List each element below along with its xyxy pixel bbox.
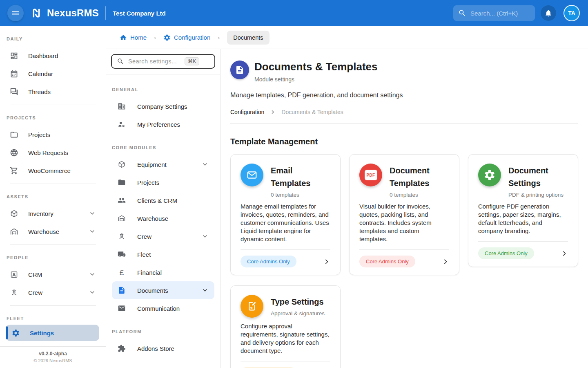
warehouse-icon	[10, 227, 18, 236]
module-breadcrumb-parent[interactable]: Configuration	[230, 109, 264, 115]
settings-section-core-modules: CORE MODULES	[106, 145, 220, 150]
settings-search-input[interactable]	[128, 58, 180, 65]
worker-icon	[118, 232, 126, 240]
sidebar-item-calendar[interactable]: Calendar	[0, 65, 106, 83]
card-title: Document Templates	[390, 164, 449, 190]
contact-card-icon	[10, 270, 18, 279]
settings-item-documents[interactable]: Documents	[112, 281, 214, 299]
card-description: Configure PDF generation settings, paper…	[478, 202, 568, 235]
chevron-down-icon	[89, 228, 96, 235]
section-title: Template Management	[230, 137, 578, 146]
sidebar-item-web-requests[interactable]: Web Requests	[0, 144, 106, 162]
main-content: Documents & Templates Module settings Ma…	[220, 49, 588, 368]
settings-item-financial[interactable]: £ Financial	[112, 263, 214, 281]
chevron-right-icon[interactable]	[442, 258, 449, 265]
card-document-settings[interactable]: Document Settings PDF & printing options…	[468, 154, 578, 267]
divider	[230, 123, 578, 124]
settings-section-general: GENERAL	[106, 87, 220, 92]
global-search-input[interactable]	[470, 10, 530, 17]
settings-item-communication[interactable]: Communication	[112, 299, 214, 317]
sidebar-nav: DAILY Dashboard Calendar Threads PROJECT…	[0, 26, 106, 321]
signature-icon	[241, 295, 263, 318]
sidebar-footer: Settings v0.2.0-alpha © 2026 NexusRMS	[0, 321, 106, 368]
card-email-templates[interactable]: Email Templates 0 templates Manage email…	[230, 154, 341, 275]
sidebar-item-woocommerce[interactable]: WooCommerce	[0, 162, 106, 180]
pound-icon: £	[118, 269, 126, 276]
documents-module-icon	[230, 61, 249, 79]
chevron-down-icon	[89, 210, 96, 217]
notifications-button[interactable]	[541, 5, 556, 21]
card-document-templates[interactable]: PDF Document Templates 0 templates Visua…	[349, 154, 459, 275]
document-icon	[118, 286, 126, 294]
brand-name: NexusRMS	[47, 7, 99, 19]
breadcrumb-separator: ›	[218, 34, 220, 41]
cart-icon	[10, 166, 18, 175]
pdf-icon: PDF	[359, 164, 382, 186]
settings-item-equipment[interactable]: Equipment	[112, 155, 214, 173]
core-admins-badge: Core Admins Only	[359, 256, 415, 267]
truck-icon	[118, 250, 126, 258]
sidebar-section-people: PEOPLE	[0, 255, 106, 260]
settings-search[interactable]: ⌘K	[111, 54, 215, 69]
settings-item-addons-store[interactable]: Addons Store	[112, 339, 214, 357]
chevron-right-icon[interactable]	[561, 250, 568, 257]
settings-nav: GENERAL Company Settings My Preferences …	[106, 74, 220, 357]
worker-icon	[10, 288, 18, 297]
dashboard-icon	[10, 52, 18, 60]
sidebar-divider	[10, 305, 96, 306]
card-title: Email Templates	[271, 164, 330, 190]
sidebar-item-warehouse[interactable]: Warehouse	[0, 222, 106, 240]
divider	[241, 361, 330, 361]
chevron-right-icon[interactable]	[323, 258, 330, 265]
sidebar-item-threads[interactable]: Threads	[0, 83, 106, 101]
mail-icon	[118, 304, 126, 312]
settings-item-projects[interactable]: Projects	[112, 173, 214, 191]
module-breadcrumb-current: Documents & Templates	[281, 109, 343, 115]
sidebar-item-projects[interactable]: Projects	[0, 126, 106, 144]
breadcrumb-configuration[interactable]: Configuration	[163, 34, 210, 41]
page-subtitle: Module settings	[254, 76, 377, 83]
card-subtitle: PDF & printing options	[508, 192, 568, 198]
sidebar-section-daily: DAILY	[0, 36, 106, 42]
card-subtitle: Approval & signatures	[271, 310, 325, 316]
version-block: v0.2.0-alpha © 2026 NexusRMS	[0, 346, 106, 368]
card-description: Manage email templates for invoices, quo…	[241, 202, 330, 243]
card-type-settings[interactable]: Type Settings Approval & signatures Conf…	[230, 285, 341, 368]
sidebar-item-crm[interactable]: CRM	[0, 265, 106, 283]
settings-item-clients-crm[interactable]: Clients & CRM	[112, 191, 214, 209]
settings-item-crew[interactable]: Crew	[112, 227, 214, 245]
sidebar-item-dashboard[interactable]: Dashboard	[0, 47, 106, 65]
sidebar-item-crew[interactable]: Crew	[0, 283, 106, 301]
document-icon	[235, 65, 245, 75]
card-title: Type Settings	[271, 296, 325, 308]
chevron-down-icon	[89, 271, 96, 278]
core-admins-badge: Core Admins Only	[241, 256, 296, 267]
puzzle-icon	[118, 344, 126, 352]
avatar[interactable]: TA	[564, 5, 580, 21]
company-name: Test Company Ltd	[113, 10, 166, 17]
hamburger-menu-button[interactable]	[7, 5, 24, 21]
breadcrumb-home[interactable]: Home	[120, 34, 147, 41]
global-search[interactable]	[453, 5, 535, 21]
settings-item-fleet[interactable]: Fleet	[112, 245, 214, 263]
settings-button[interactable]: Settings	[6, 325, 99, 341]
top-app-bar: NexusRMS Test Company Ltd TA	[0, 0, 588, 26]
box-icon	[118, 160, 126, 168]
settings-item-company-settings[interactable]: Company Settings	[112, 97, 214, 115]
gear-icon	[11, 329, 20, 337]
gear-icon	[163, 34, 171, 41]
module-breadcrumb: Configuration Documents & Templates	[230, 109, 578, 115]
divider	[478, 241, 568, 242]
search-icon	[458, 9, 466, 17]
folder-icon	[10, 130, 18, 139]
template-cards-grid: Email Templates 0 templates Manage email…	[230, 154, 578, 368]
card-description: Visual builder for invoices, quotes, pac…	[359, 202, 449, 243]
box-icon	[10, 209, 18, 218]
settings-item-my-preferences[interactable]: My Preferences	[112, 115, 214, 133]
settings-item-warehouse[interactable]: Warehouse	[112, 209, 214, 227]
sidebar-item-inventory[interactable]: Inventory	[0, 204, 106, 222]
chevron-down-icon	[201, 287, 209, 294]
building-icon	[118, 102, 126, 110]
breadcrumb-current-documents[interactable]: Documents	[227, 31, 269, 45]
card-title: Document Settings	[508, 164, 568, 190]
